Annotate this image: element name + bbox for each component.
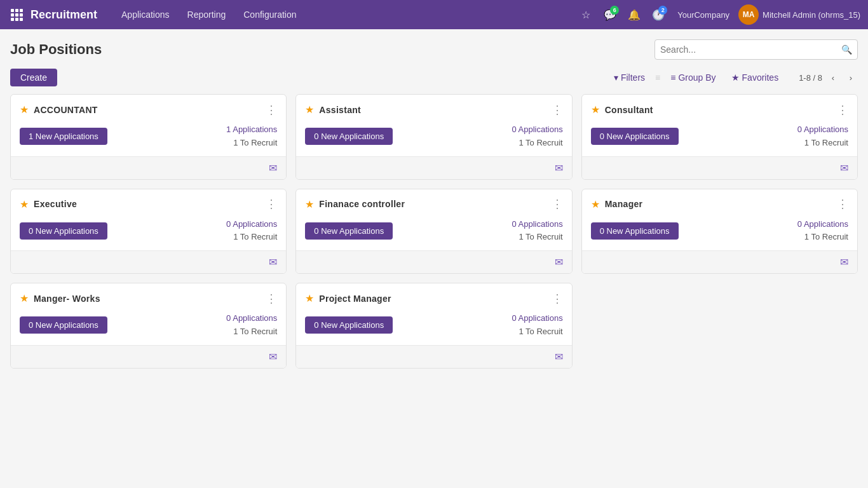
card-body: ★ Executive ⋮ 0 New Applications 0 Appli… bbox=[11, 189, 286, 251]
card-stats: 0 Applications 1 To Recruit bbox=[512, 218, 562, 245]
bell-icon[interactable]: 🔔 bbox=[624, 4, 644, 25]
star-icon[interactable]: ★ bbox=[305, 292, 314, 304]
pagination-next[interactable]: › bbox=[844, 71, 858, 85]
search-input[interactable] bbox=[660, 44, 841, 55]
email-icon[interactable]: ✉ bbox=[840, 256, 848, 268]
email-icon[interactable]: ✉ bbox=[840, 162, 848, 174]
email-icon[interactable]: ✉ bbox=[555, 351, 563, 363]
card-title: Project Manager bbox=[319, 294, 391, 304]
new-applications-button[interactable]: 0 New Applications bbox=[591, 222, 679, 240]
card-title-row: ★ Executive bbox=[20, 198, 77, 210]
card-title-row: ★ Manger- Works bbox=[20, 292, 100, 304]
to-recruit-count: 1 To Recruit bbox=[804, 138, 848, 147]
pagination: 1-8 / 8 ‹ › bbox=[799, 71, 858, 85]
applications-count: 0 Applications bbox=[512, 313, 562, 323]
nav-reporting[interactable]: Reporting bbox=[179, 0, 235, 29]
card-body: ★ Project Manager ⋮ 0 New Applications 0… bbox=[296, 283, 571, 345]
to-recruit-count: 1 To Recruit bbox=[233, 327, 277, 336]
email-icon[interactable]: ✉ bbox=[555, 162, 563, 174]
card-actions-row: 0 New Applications 0 Applications 1 To R… bbox=[20, 312, 277, 339]
chat-icon[interactable]: 💬 6 bbox=[600, 4, 620, 25]
card-menu-icon[interactable]: ⋮ bbox=[552, 198, 563, 210]
nav-applications[interactable]: Applications bbox=[112, 0, 179, 29]
pagination-prev[interactable]: ‹ bbox=[826, 71, 840, 85]
filter-sep-1: ≡ bbox=[655, 72, 660, 83]
job-card-finance-controller: ★ Finanace controller ⋮ 0 New Applicatio… bbox=[295, 189, 572, 274]
email-icon[interactable]: ✉ bbox=[555, 256, 563, 268]
email-icon[interactable]: ✉ bbox=[269, 162, 277, 174]
card-stats: 0 Applications 1 To Recruit bbox=[797, 218, 848, 245]
new-applications-button[interactable]: 0 New Applications bbox=[305, 316, 393, 334]
user-name[interactable]: Mitchell Admin (ohrms_15) bbox=[763, 10, 860, 20]
favorites-label: Favorites bbox=[742, 72, 779, 83]
topnav-right: ☆ 💬 6 🔔 🕐 2 YourCompany MA Mitchell Admi… bbox=[576, 4, 860, 25]
search-icon[interactable]: 🔍 bbox=[841, 44, 852, 55]
card-menu-icon[interactable]: ⋮ bbox=[837, 198, 848, 210]
card-actions-row: 0 New Applications 0 Applications 1 To R… bbox=[305, 218, 562, 245]
star-icon[interactable]: ★ bbox=[591, 104, 600, 116]
star-icon[interactable]: ★ bbox=[20, 292, 29, 304]
to-recruit-count: 1 To Recruit bbox=[233, 138, 277, 147]
card-menu-icon[interactable]: ⋮ bbox=[266, 198, 277, 210]
card-stats: 0 Applications 1 To Recruit bbox=[797, 123, 848, 150]
card-title-row: ★ Assistant bbox=[305, 104, 361, 116]
nav-menu: Applications Reporting Configuration bbox=[112, 0, 576, 29]
card-header: ★ Finanace controller ⋮ bbox=[305, 198, 562, 210]
applications-count: 0 Applications bbox=[226, 219, 277, 229]
nav-configuration[interactable]: Configuration bbox=[234, 0, 305, 29]
clock-badge: 2 bbox=[658, 6, 667, 15]
chat-badge: 6 bbox=[610, 6, 619, 15]
new-applications-button[interactable]: 0 New Applications bbox=[20, 222, 107, 240]
card-title: Manger- Works bbox=[34, 294, 100, 304]
new-applications-button[interactable]: 0 New Applications bbox=[20, 316, 107, 334]
card-title-row: ★ Project Manager bbox=[305, 292, 391, 304]
avatar[interactable]: MA bbox=[738, 4, 759, 25]
company-name[interactable]: YourCompany bbox=[672, 10, 735, 20]
clock-icon[interactable]: 🕐 2 bbox=[648, 4, 668, 25]
card-footer: ✉ bbox=[296, 156, 571, 179]
new-applications-button[interactable]: 1 New Applications bbox=[20, 128, 107, 145]
star-icon[interactable]: ★ bbox=[591, 198, 600, 210]
new-applications-button[interactable]: 0 New Applications bbox=[591, 128, 679, 145]
page-title: Job Positions bbox=[10, 41, 102, 58]
card-actions-row: 1 New Applications 1 Applications 1 To R… bbox=[20, 123, 277, 150]
pagination-range: 1-8 / 8 bbox=[799, 73, 822, 83]
new-applications-button[interactable]: 0 New Applications bbox=[305, 128, 393, 145]
card-header: ★ Consultant ⋮ bbox=[591, 104, 848, 116]
applications-count: 1 Applications bbox=[226, 125, 277, 134]
card-header: ★ Executive ⋮ bbox=[20, 198, 277, 210]
card-menu-icon[interactable]: ⋮ bbox=[552, 293, 563, 304]
card-menu-icon[interactable]: ⋮ bbox=[552, 104, 563, 116]
groupby-button[interactable]: ≡ Group By bbox=[665, 70, 721, 85]
card-menu-icon[interactable]: ⋮ bbox=[837, 104, 848, 116]
card-title-row: ★ ACCOUNTANT bbox=[20, 104, 98, 116]
email-icon[interactable]: ✉ bbox=[269, 351, 277, 363]
filters-button[interactable]: ▾ Filters bbox=[609, 70, 650, 85]
app-title: Recruitment bbox=[31, 8, 97, 22]
card-menu-icon[interactable]: ⋮ bbox=[266, 104, 277, 116]
job-card-manager: ★ Manager ⋮ 0 New Applications 0 Applica… bbox=[581, 189, 858, 274]
email-icon[interactable]: ✉ bbox=[269, 256, 277, 268]
card-title: Manager bbox=[605, 199, 643, 209]
card-menu-icon[interactable]: ⋮ bbox=[266, 293, 277, 304]
to-recruit-count: 1 To Recruit bbox=[519, 232, 563, 241]
star-icon[interactable]: ★ bbox=[305, 104, 314, 116]
new-applications-button[interactable]: 0 New Applications bbox=[305, 222, 393, 240]
star-icon[interactable]: ★ bbox=[305, 198, 314, 210]
card-footer: ✉ bbox=[296, 250, 571, 273]
star-icon[interactable]: ☆ bbox=[576, 4, 596, 25]
card-actions-row: 0 New Applications 0 Applications 1 To R… bbox=[591, 218, 848, 245]
card-actions-row: 0 New Applications 0 Applications 1 To R… bbox=[305, 312, 562, 339]
star-icon[interactable]: ★ bbox=[20, 104, 29, 116]
star-icon[interactable]: ★ bbox=[20, 198, 29, 210]
card-title: Consultant bbox=[605, 105, 653, 115]
favorites-button[interactable]: ★ Favorites bbox=[726, 70, 784, 85]
card-header: ★ Manager ⋮ bbox=[591, 198, 848, 210]
create-button[interactable]: Create bbox=[10, 69, 57, 86]
apps-menu-icon[interactable] bbox=[8, 6, 25, 24]
to-recruit-count: 1 To Recruit bbox=[519, 327, 563, 336]
card-footer: ✉ bbox=[296, 345, 571, 368]
applications-count: 0 Applications bbox=[797, 219, 848, 229]
card-body: ★ Manager ⋮ 0 New Applications 0 Applica… bbox=[582, 189, 857, 251]
card-body: ★ Assistant ⋮ 0 New Applications 0 Appli… bbox=[296, 95, 571, 156]
